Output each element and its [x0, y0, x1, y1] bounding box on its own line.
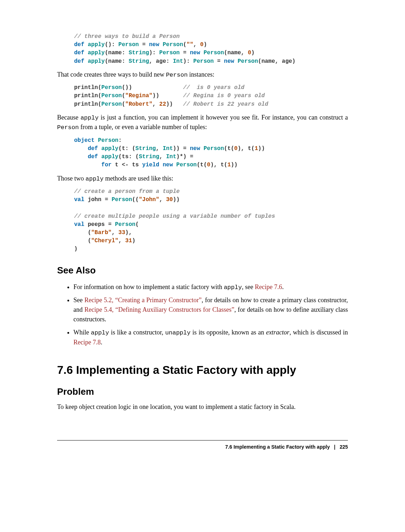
list-item: For information on how to implement a st… — [73, 282, 348, 292]
code-block-1: // three ways to build a Person def appl… — [74, 33, 348, 66]
see-also-heading: See Also — [57, 264, 348, 277]
paragraph-4: To keep object creation logic in one loc… — [57, 402, 348, 412]
problem-heading: Problem — [57, 385, 348, 399]
paragraph-1: That code creates three ways to build ne… — [57, 70, 348, 80]
link-recipe-5-2[interactable]: Recipe 5.2, “Creating a Primary Construc… — [84, 297, 202, 304]
paragraph-3: Those two apply methods are used like th… — [57, 174, 348, 184]
code-block-4: // create a person from a tuple val john… — [74, 188, 348, 254]
code-block-3: object Person: def apply(t: (String, Int… — [74, 137, 348, 170]
list-item: While apply is like a constructor, unapp… — [73, 328, 348, 347]
paragraph-2: Because apply is just a function, you ca… — [57, 113, 348, 132]
list-item: See Recipe 5.2, “Creating a Primary Cons… — [73, 295, 348, 324]
section-heading: 7.6 Implementing a Static Factory with a… — [57, 361, 348, 378]
code-block-2: println(Person()) // is 0 years old prin… — [74, 84, 348, 109]
link-recipe-7-6[interactable]: Recipe 7.6 — [255, 283, 282, 290]
see-also-list: For information on how to implement a st… — [57, 282, 348, 347]
link-recipe-7-8[interactable]: Recipe 7.8 — [73, 339, 101, 346]
footer-page-number: 225 — [340, 444, 348, 450]
footer-title: 7.6 Implementing a Static Factory with a… — [225, 444, 330, 450]
page-footer: 7.6 Implementing a Static Factory with a… — [57, 440, 348, 451]
link-recipe-5-4[interactable]: Recipe 5.4, “Defining Auxiliary Construc… — [84, 306, 234, 313]
footer-separator: | — [334, 444, 335, 450]
